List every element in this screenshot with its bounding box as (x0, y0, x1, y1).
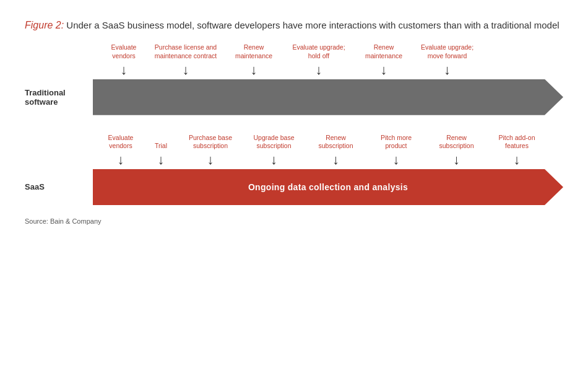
figure-label: Figure 2: (25, 20, 64, 30)
saas-arrows-row: Evaluatevendors↓Trial↓Purchase basesubsc… (99, 134, 563, 167)
saas-arrow-3: Upgrade basesubscription↓ (241, 134, 306, 167)
trad-arrow-0: Evaluatevendors↓ (99, 43, 149, 76)
source-text: Source: Bain & Company (25, 217, 563, 225)
figure-title: Figure 2: Under a SaaS business model, s… (25, 19, 563, 32)
traditional-bar (93, 79, 563, 115)
saas-bar: Ongoing data collection and analysis (93, 169, 563, 205)
saas-arrow-4: Renewsubscription↓ (306, 134, 365, 167)
traditional-bar-row: Traditionalsoftware (25, 79, 563, 115)
saas-bar-row: SaaS Ongoing data collection and analysi… (25, 169, 563, 205)
traditional-section: Evaluatevendors↓Purchase license andmain… (25, 43, 563, 115)
traditional-label: Traditionalsoftware (25, 88, 93, 107)
saas-arrow-2: Purchase basesubscription↓ (179, 134, 241, 167)
trad-arrow-4: Renewmaintenance↓ (353, 43, 415, 76)
saas-arrow-7: Pitch add-onfeatures↓ (486, 134, 548, 167)
trad-arrow-1: Purchase license andmaintenance contract… (149, 43, 223, 76)
saas-section: Evaluatevendors↓Trial↓Purchase basesubsc… (25, 134, 563, 205)
trad-arrow-5: Evaluate upgrade;move forward↓ (415, 43, 480, 76)
saas-arrow-0: Evaluatevendors↓ (99, 134, 142, 167)
saas-bar-text: Ongoing data collection and analysis (248, 182, 408, 192)
saas-label: SaaS (25, 182, 93, 191)
saas-arrow-1: Trial↓ (142, 142, 179, 167)
saas-arrow-5: Pitch moreproduct↓ (365, 134, 427, 167)
trad-arrow-3: Evaluate upgrade;hold off↓ (285, 43, 353, 76)
saas-arrow-6: Renewsubscription↓ (427, 134, 486, 167)
traditional-arrows-row: Evaluatevendors↓Purchase license andmain… (99, 43, 563, 76)
figure-description: Under a SaaS business model, software de… (66, 20, 559, 30)
trad-arrow-2: Renewmaintenance↓ (223, 43, 285, 76)
